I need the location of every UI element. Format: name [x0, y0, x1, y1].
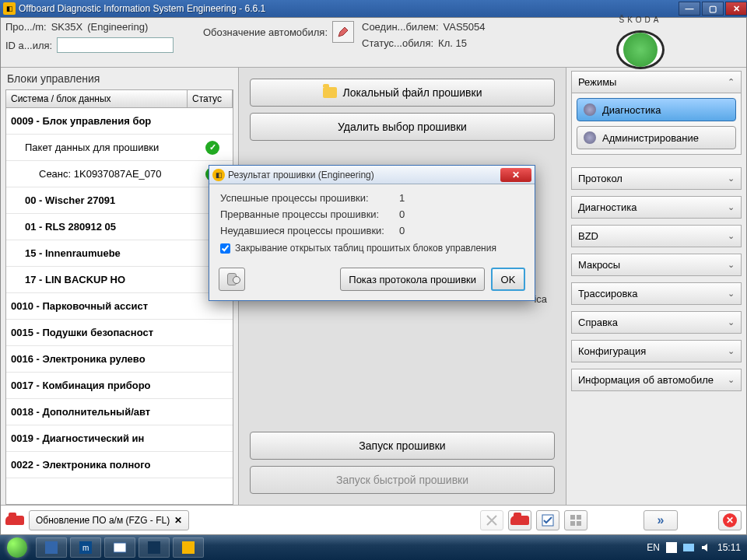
task-item[interactable]	[139, 537, 170, 558]
forward-icon: »	[658, 513, 665, 527]
left-panel: Блоки управления Система / блок данных С…	[1, 68, 239, 505]
panel-header[interactable]: Диагностика⌄	[571, 196, 742, 219]
fast-firmware-button[interactable]: Запуск быстрой прошивки	[250, 466, 555, 494]
mode-diag-label: Диагностика	[602, 104, 661, 116]
grid-icon	[570, 514, 582, 527]
tray-time[interactable]: 15:11	[717, 542, 741, 553]
stop-button[interactable]: ✕	[718, 510, 742, 530]
panel-header[interactable]: Конфигурация⌄	[571, 340, 742, 362]
app-icon	[114, 541, 126, 554]
forward-button[interactable]: »	[644, 510, 678, 530]
panel-header[interactable]: Информация об автомобиле⌄	[571, 369, 742, 391]
delete-firmware-button[interactable]: Удалить выбор прошивки	[250, 113, 555, 141]
table-row[interactable]: 0015 - Подушки безопасност	[6, 320, 233, 346]
minimize-button[interactable]: —	[679, 2, 700, 16]
connection-value: VAS5054	[444, 21, 486, 33]
mode-diagnostics[interactable]: Диагностика	[577, 98, 736, 121]
task-item[interactable]	[104, 537, 135, 558]
table-row[interactable]: 0018 - Дополнительный/авт	[6, 399, 233, 425]
system-tray: EN 15:11	[647, 542, 747, 553]
table-row[interactable]: 0010 - Парковочный ассист	[6, 293, 233, 320]
close-chip-icon[interactable]: ✕	[174, 515, 182, 526]
table-row[interactable]: 0019 - Диагностический ин	[6, 425, 233, 452]
start-firmware-label: Запуск прошивки	[359, 439, 445, 452]
table-row[interactable]: 01 - RLS 280912 05	[6, 214, 233, 240]
start-button[interactable]	[0, 535, 34, 560]
row-text: 0015 - Подушки безопасност	[11, 327, 197, 338]
screenshot-button[interactable]	[219, 268, 245, 291]
dialog-icon: ◧	[212, 169, 225, 181]
mode-admin[interactable]: Администрирование	[577, 126, 736, 149]
table-row[interactable]: 0022 - Электроника полного	[6, 452, 233, 478]
show-protocol-button[interactable]: Показ протокола прошивки	[340, 268, 485, 291]
car-icon	[510, 516, 529, 525]
checkbox-input[interactable]	[220, 243, 230, 254]
row-text: 0009 - Блок управления бор	[11, 115, 197, 127]
network-icon[interactable]	[683, 542, 694, 553]
svg-rect-12	[683, 544, 694, 551]
failed-label: Неудавшиеся процессы прошивки:	[220, 225, 399, 236]
panel-header[interactable]: Трассировка⌄	[571, 282, 742, 305]
panel-title: Диагностика	[578, 201, 637, 213]
maximize-button[interactable]: ▢	[702, 2, 724, 16]
window-title: Offboard Diagnostic Information System E…	[19, 3, 677, 14]
bottom-chip[interactable]: Обновление ПО а/м (FZG - FL) ✕	[29, 510, 189, 530]
table-row[interactable]: 0009 - Блок управления бор	[6, 108, 233, 135]
panel-header[interactable]: Макросы⌄	[571, 254, 742, 276]
start-firmware-button[interactable]: Запуск прошивки	[250, 432, 555, 460]
close-button[interactable]: ✕	[725, 2, 747, 16]
panel-title: Информация об автомобиле	[578, 374, 714, 386]
dialog-body: Успешные процессы прошивки:1 Прерванные …	[209, 184, 535, 261]
svg-rect-11	[666, 542, 677, 553]
close-tables-checkbox[interactable]: Закрывание открытых таблиц прошитых блок…	[220, 243, 524, 254]
tool-check-button[interactable]	[536, 510, 559, 530]
checkbox-label: Закрывание открытых таблиц прошитых блок…	[235, 243, 496, 254]
dialog-close-button[interactable]: ✕	[500, 168, 531, 182]
vehicle-edit-button[interactable]	[332, 21, 354, 43]
checklist-icon	[542, 514, 554, 527]
row-text: 00 - Wischer 27091	[11, 194, 197, 206]
dialog-titlebar[interactable]: ◧ Результат прошивки (Engineering) ✕	[209, 166, 535, 184]
chevron-down-icon: ⌄	[728, 231, 735, 241]
col-system[interactable]: Система / блок данных	[6, 90, 188, 107]
svg-rect-3	[570, 521, 575, 526]
volume-icon[interactable]	[700, 542, 711, 553]
chevron-down-icon: ⌄	[728, 317, 735, 327]
app-icon	[182, 541, 195, 554]
bottom-chip-label: Обновление ПО а/м (FZG - FL)	[36, 515, 170, 526]
panel-header[interactable]: Протокол⌄	[571, 167, 742, 190]
task-item[interactable]	[36, 537, 67, 558]
dialog-footer: Показ протокола прошивки OK	[209, 261, 535, 300]
tray-lang[interactable]: EN	[647, 542, 660, 553]
scissors-icon	[486, 514, 498, 527]
svg-text:m: m	[82, 544, 89, 552]
table-row[interactable]: 0016 - Электроника рулево	[6, 346, 233, 373]
svg-rect-1	[570, 515, 575, 520]
tool-car-button[interactable]	[508, 510, 531, 530]
panel-title: BZD	[578, 230, 598, 242]
panel-header[interactable]: BZD⌄	[571, 225, 742, 247]
tool-grid-button[interactable]	[564, 510, 587, 530]
app-header: Про.../m: SK35X (Engineering) ID а...иля…	[1, 18, 746, 68]
table-row[interactable]: 0017 - Комбинация приборо	[6, 373, 233, 399]
col-status[interactable]: Статус	[188, 90, 233, 107]
row-text: 0016 - Электроника рулево	[11, 353, 197, 365]
id-input[interactable]	[57, 37, 174, 53]
fast-firmware-label: Запуск быстрой прошивки	[336, 474, 468, 486]
modes-header[interactable]: Режимы ⌃	[571, 71, 742, 93]
camera-icon	[227, 273, 237, 285]
table-row[interactable]: 17 - LIN BACKUP HO	[6, 267, 233, 293]
table-row[interactable]: 00 - Wischer 27091	[6, 187, 233, 214]
local-firmware-button[interactable]: Локальный файл прошивки	[250, 79, 555, 107]
pencil-icon	[337, 26, 349, 38]
task-item[interactable]	[173, 537, 204, 558]
flag-icon[interactable]	[666, 542, 677, 553]
ok-button[interactable]: OK	[491, 268, 525, 291]
folder-icon	[323, 87, 337, 98]
table-row[interactable]: Пакет данных для прошивки✓	[6, 135, 233, 161]
table-row[interactable]: 15 - Innenraumuebe	[6, 240, 233, 267]
panel-header[interactable]: Справка⌄	[571, 311, 742, 334]
table-row[interactable]: Сеанс: 1K0937087AE_070✓	[6, 161, 233, 187]
mode-admin-label: Администрирование	[602, 132, 699, 144]
task-item[interactable]: m	[70, 537, 101, 558]
